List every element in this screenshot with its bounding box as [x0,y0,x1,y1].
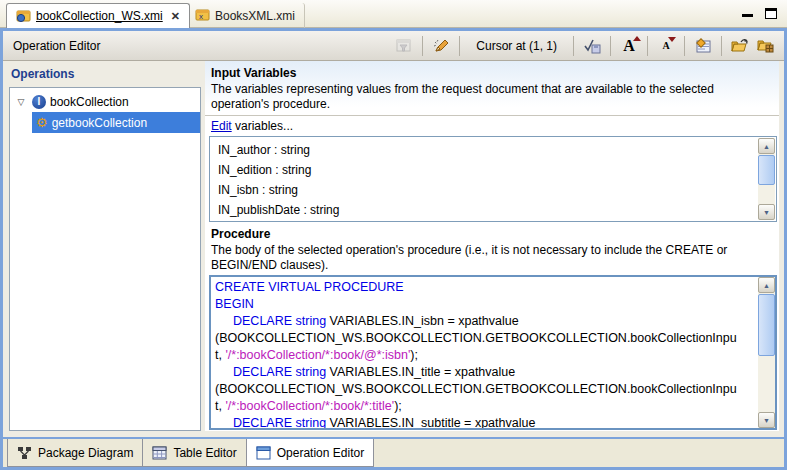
open-folder-icon[interactable] [728,34,752,58]
edit-transformation-icon[interactable] [429,34,453,58]
toolbar-separator [684,36,685,56]
tab-booksxml[interactable]: x BooksXML.xmi [186,3,305,28]
variable-rows: IN_author : string IN_edition : string I… [210,137,776,222]
toolbar-separator [610,36,611,56]
model-file-icon [16,8,31,25]
editor-preferences-icon[interactable] [691,34,715,58]
tab-package-diagram[interactable]: Package Diagram [7,439,143,467]
expander-icon[interactable]: ▽ [14,97,28,107]
variable-item[interactable]: IN_publishDate : string [218,200,776,220]
input-variables-description: The variables representing values from t… [205,82,779,114]
toolbar-separator [573,36,574,56]
toolbar-title: Operation Editor [9,39,100,53]
code-line: (BOOKCOLLECTION_WS.BOOKCOLLECTION.GETBOO… [215,330,757,347]
operation-label: getbookCollection [52,116,147,130]
operations-title: Operations [9,65,201,85]
code-line: BEGIN [215,296,757,313]
operations-tree[interactable]: ▽ I bookCollection ⚙ getbookCollection [9,87,201,431]
scroll-down-icon[interactable]: ▼ [758,204,775,220]
input-variables-list[interactable]: IN_author : string IN_edition : string I… [209,136,777,222]
export-folder-icon[interactable] [754,34,778,58]
tab-bookcollection-ws[interactable]: bookCollection_WS.xmi ✕ [6,3,190,28]
operations-panel: Operations ▽ I bookCollection ⚙ getbookC… [9,65,201,431]
filter-disabled-icon [392,34,416,58]
toolbar-actions: Cursor at (1, 1) A A [392,34,778,58]
input-variables-title: Input Variables [205,61,779,82]
input-variables-section: Input Variables The variables representi… [205,61,779,222]
scroll-up-icon[interactable]: ▲ [758,138,775,154]
operation-editor-window: bookCollection_WS.xmi ✕ x BooksXML.xmi O… [0,0,787,470]
model-file-icon: x [195,7,210,24]
tab-label: Operation Editor [277,446,364,460]
operation-editor-icon [256,446,271,460]
scrollbar-thumb[interactable] [758,155,775,185]
code-line: CREATE VIRTUAL PROCEDURE [215,279,757,296]
section-separator [205,115,779,116]
code-line: DECLARE string VARIABLES.IN_subtitle = x… [215,415,757,428]
scrollbar-thumb[interactable] [758,294,775,356]
variables-scrollbar[interactable]: ▲ ▼ [758,138,775,220]
code-line: DECLARE string VARIABLES.IN_title = xpat… [215,364,757,381]
procedure-scrollbar[interactable]: ▲ ▼ [758,277,775,428]
tab-label: bookCollection_WS.xmi [36,9,163,23]
procedure-code-editor[interactable]: CREATE VIRTUAL PROCEDURE BEGIN DECLARE s… [209,275,777,430]
close-icon[interactable]: ✕ [171,10,180,23]
minimize-icon[interactable] [742,8,753,17]
tab-label: Package Diagram [38,446,133,460]
interface-label: bookCollection [50,95,129,109]
increase-font-icon[interactable]: A [617,34,641,58]
code-line: t, '/*:bookCollection/*:book/*:title'); [215,398,757,415]
page-tab-bar: Package Diagram Table Editor Operation E… [3,437,784,467]
package-diagram-icon [17,446,32,460]
edit-variables-link[interactable]: Edit [211,119,232,133]
toolbar-separator [422,36,423,56]
editor-content: Operations ▽ I bookCollection ⚙ getbookC… [3,61,784,437]
variable-item[interactable]: IN_isbn : string [218,180,776,200]
edit-variables-line: Edit variables... [205,118,779,136]
tab-table-editor[interactable]: Table Editor [142,439,246,467]
procedure-description: The body of the selected operation's pro… [205,243,779,275]
editor-tab-bar: bookCollection_WS.xmi ✕ x BooksXML.xmi [0,0,787,28]
procedure-title: Procedure [205,222,779,243]
variable-item[interactable]: IN_author : string [218,140,776,160]
code-line: (BOOKCOLLECTION_WS.BOOKCOLLECTION.GETBOO… [215,381,757,398]
validate-save-icon[interactable] [580,34,604,58]
toolbar-separator [459,36,460,56]
toolbar-separator [721,36,722,56]
interface-icon: I [32,95,46,109]
code-line: t, '/*:bookCollection/*:book/@*:isbn'); [215,347,757,364]
toolbar-separator [647,36,648,56]
tab-operation-editor[interactable]: Operation Editor [246,439,374,467]
tab-label: BooksXML.xmi [215,9,295,23]
variable-item[interactable]: IN_edition : string [218,160,776,180]
edit-variables-suffix: variables... [232,119,293,133]
tree-item-operation-selected[interactable]: ⚙ getbookCollection [32,112,200,133]
code-line: DECLARE string VARIABLES.IN_isbn = xpath… [215,313,757,330]
procedure-section: Procedure The body of the selected opera… [205,222,779,431]
svg-text:x: x [199,12,203,21]
editor-window-buttons [742,8,777,19]
details-panel: Input Variables The variables representi… [205,61,779,431]
scroll-up-icon[interactable]: ▲ [758,277,775,293]
editor-body: Operation Editor Cursor at (1, 1) [3,31,784,467]
tree-item-interface[interactable]: ▽ I bookCollection [10,91,200,112]
decrease-font-icon[interactable]: A [654,34,678,58]
operation-gear-icon: ⚙ [36,116,48,129]
variable-item[interactable]: IN_publisher : string [218,220,776,222]
scroll-down-icon[interactable]: ▼ [758,412,775,428]
tab-label: Table Editor [173,446,236,460]
cursor-position-status: Cursor at (1, 1) [466,39,567,53]
table-icon [152,446,167,460]
editor-frame: Operation Editor Cursor at (1, 1) [0,28,787,470]
maximize-icon[interactable] [765,8,777,19]
sql-code[interactable]: CREATE VIRTUAL PROCEDURE BEGIN DECLARE s… [211,277,757,428]
operation-editor-toolbar: Operation Editor Cursor at (1, 1) [3,31,784,61]
